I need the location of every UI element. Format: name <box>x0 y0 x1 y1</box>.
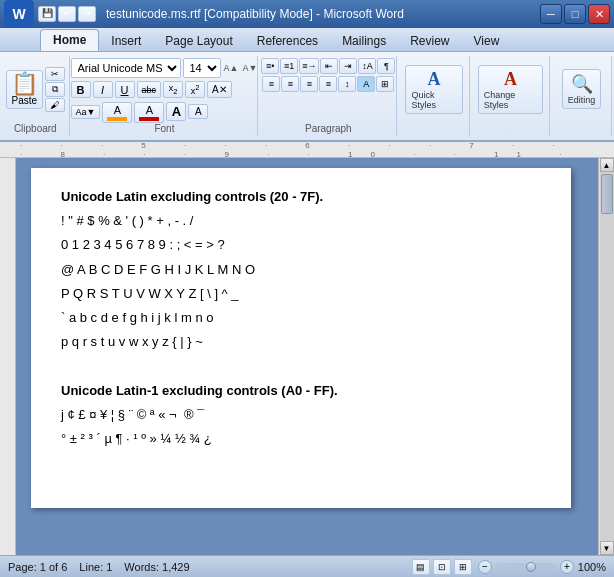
title-bar-controls: ─ □ ✕ <box>540 4 610 24</box>
quick-styles-group: A Quick Styles <box>399 56 469 136</box>
minimize-button[interactable]: ─ <box>540 4 562 24</box>
doc-spacer <box>61 357 541 375</box>
zoom-slider[interactable] <box>496 563 556 571</box>
align-right-button[interactable]: ≡ <box>300 76 318 92</box>
editing-button[interactable]: 🔍 Editing <box>562 69 602 109</box>
page-status: Page: 1 of 6 <box>8 561 67 573</box>
clipboard-small-buttons: ✂ ⧉ 🖌 <box>45 67 65 112</box>
doc-line7: p q r s t u v w x y z { | } ~ <box>61 333 541 351</box>
quick-styles-button[interactable]: A Quick Styles <box>405 65 462 114</box>
scroll-down-button[interactable]: ▼ <box>600 541 614 555</box>
doc-line10: j ¢ £ ¤ ¥ ¦ § ¨ © ª « ¬ ­ ® ¯ <box>61 406 541 424</box>
borders-button[interactable]: ⊞ <box>376 76 394 92</box>
highlight-color-indicator <box>107 117 127 121</box>
font-color-row: Aa▼ A A A A <box>71 100 209 123</box>
quick-access-save[interactable]: 💾 <box>38 6 56 22</box>
ruler: · 1 · · · 2 · · · 3 · · · 4 · · · 5 · · … <box>0 142 614 158</box>
clipboard-group: 📋 Paste ✂ ⧉ 🖌 Clipboard <box>2 56 70 136</box>
status-bar: Page: 1 of 6 Line: 1 Words: 1,429 ▤ ⊡ ⊞ … <box>0 555 614 577</box>
document-area: Unicode Latin excluding controls (20 - 7… <box>0 158 614 555</box>
strikethrough-button[interactable]: abc <box>137 81 162 98</box>
doc-line4: @ A B C D E F G H I J K L M N O <box>61 261 541 279</box>
justify-button[interactable]: ≡ <box>319 76 337 92</box>
shrink-font-button[interactable]: A▼ <box>241 63 258 73</box>
paragraph-label: Paragraph <box>260 123 396 134</box>
highlight-button[interactable]: A <box>102 102 132 123</box>
scroll-up-button[interactable]: ▲ <box>600 158 614 172</box>
zoom-out-button[interactable]: − <box>478 560 492 574</box>
word-app-icon: W <box>4 0 34 28</box>
print-layout-button[interactable]: ▤ <box>412 559 430 575</box>
change-styles-label: Change Styles <box>484 90 537 110</box>
tab-view[interactable]: View <box>462 31 512 51</box>
editing-icon: 🔍 <box>571 73 593 95</box>
zoom-controls: − + 100% <box>478 560 606 574</box>
scroll-track[interactable] <box>600 172 614 541</box>
paste-button[interactable]: 📋 Paste <box>6 70 43 109</box>
format-painter-button[interactable]: 🖌 <box>45 98 65 112</box>
tab-page-layout[interactable]: Page Layout <box>153 31 244 51</box>
editing-content: 🔍 Editing <box>562 58 602 134</box>
italic-button[interactable]: I <box>93 81 113 98</box>
change-styles-button[interactable]: A Change Styles <box>478 65 543 114</box>
copy-button[interactable]: ⧉ <box>45 82 65 97</box>
tab-insert[interactable]: Insert <box>99 31 153 51</box>
scroll-thumb[interactable] <box>601 174 613 214</box>
doc-line6: ` a b c d e f g h i j k l m n o <box>61 309 541 327</box>
ribbon-tabs: Home Insert Page Layout References Maili… <box>0 28 614 52</box>
clear-format-button[interactable]: A✕ <box>207 81 232 98</box>
align-center-button[interactable]: ≡ <box>281 76 299 92</box>
ruler-marks: · 1 · · · 2 · · · 3 · · · 4 · · · 5 · · … <box>20 142 594 158</box>
increase-indent-button[interactable]: ⇥ <box>339 58 357 74</box>
full-screen-button[interactable]: ⊡ <box>433 559 451 575</box>
bullet-list-button[interactable]: ≡• <box>261 58 279 74</box>
sort-button[interactable]: ↕A <box>358 58 376 74</box>
tab-review[interactable]: Review <box>398 31 461 51</box>
editing-group: 🔍 Editing <box>552 56 612 136</box>
font-size-select[interactable]: 14 <box>183 58 221 78</box>
font-grow-button[interactable]: A <box>166 102 186 121</box>
document-page[interactable]: Unicode Latin excluding controls (20 - 7… <box>31 168 571 508</box>
doc-line1: Unicode Latin excluding controls (20 - 7… <box>61 188 541 206</box>
page-container: Unicode Latin excluding controls (20 - 7… <box>16 158 598 555</box>
font-color-button[interactable]: A <box>134 102 164 123</box>
view-buttons: ▤ ⊡ ⊞ <box>412 559 472 575</box>
doc-line3: 0 1 2 3 4 5 6 7 8 9 : ; < = > ? <box>61 236 541 254</box>
tab-home[interactable]: Home <box>40 29 99 51</box>
bold-button[interactable]: B <box>71 81 91 98</box>
subscript-button[interactable]: x2 <box>163 81 183 98</box>
paragraph-group: ≡• ≡1 ≡→ ⇤ ⇥ ↕A ¶ ≡ ≡ ≡ ≡ ↕ A ⊞ Paragrap… <box>260 56 397 136</box>
font-family-select[interactable]: Arial Unicode MS <box>71 58 181 78</box>
cut-button[interactable]: ✂ <box>45 67 65 81</box>
font-group: Arial Unicode MS 14 A▲ A▼ B I U abc x2 x… <box>72 56 259 136</box>
zoom-in-button[interactable]: + <box>560 560 574 574</box>
paste-label: Paste <box>11 95 37 106</box>
multilevel-list-button[interactable]: ≡→ <box>299 58 319 74</box>
decrease-indent-button[interactable]: ⇤ <box>320 58 338 74</box>
font-shrink-button[interactable]: A <box>188 104 208 119</box>
zoom-level: 100% <box>578 561 606 573</box>
maximize-button[interactable]: □ <box>564 4 586 24</box>
quick-access-redo[interactable]: ↪ <box>78 6 96 22</box>
tab-mailings[interactable]: Mailings <box>330 31 398 51</box>
para-align-row: ≡ ≡ ≡ ≡ ↕ A ⊞ <box>262 76 394 92</box>
para-list-row: ≡• ≡1 ≡→ ⇤ ⇥ ↕A ¶ <box>261 58 395 74</box>
tab-references[interactable]: References <box>245 31 330 51</box>
show-marks-button[interactable]: ¶ <box>377 58 395 74</box>
web-layout-button[interactable]: ⊞ <box>454 559 472 575</box>
numbered-list-button[interactable]: ≡1 <box>280 58 298 74</box>
font-color-button-wrapper: A <box>102 100 132 123</box>
change-case-button[interactable]: Aa▼ <box>71 105 101 119</box>
align-left-button[interactable]: ≡ <box>262 76 280 92</box>
ribbon: 📋 Paste ✂ ⧉ 🖌 Clipboard Arial Unicode MS… <box>0 52 614 142</box>
quick-access-undo[interactable]: ↩ <box>58 6 76 22</box>
line-spacing-button[interactable]: ↕ <box>338 76 356 92</box>
underline-button[interactable]: U <box>115 81 135 98</box>
change-styles-content: A Change Styles <box>478 58 543 134</box>
grow-font-button[interactable]: A▲ <box>223 63 240 73</box>
shading-button[interactable]: A <box>357 76 375 92</box>
close-button[interactable]: ✕ <box>588 4 610 24</box>
doc-line2: ! " # $ % & ' ( ) * + , - . / <box>61 212 541 230</box>
superscript-button[interactable]: x2 <box>185 81 205 98</box>
clipboard-label: Clipboard <box>2 123 69 134</box>
